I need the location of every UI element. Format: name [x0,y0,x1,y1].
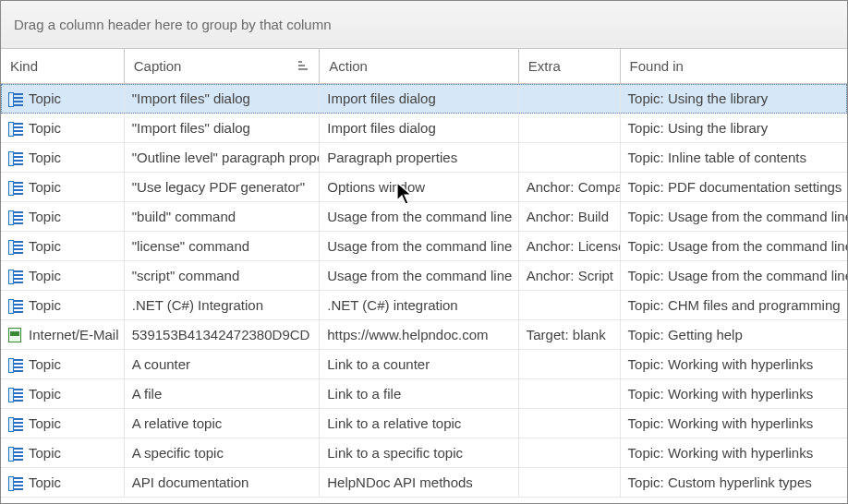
caption-text: A counter [132,356,190,372]
topic-icon [8,387,23,402]
topic-icon [8,446,23,461]
table-row[interactable]: Topic"Use legacy PDF generator"Options w… [1,173,847,202]
cell-kind: Topic [1,114,125,142]
kind-label: Topic [29,297,61,313]
table-row[interactable]: TopicA specific topicLink to a specific … [1,438,847,468]
cell-caption: A file [125,379,321,408]
cell-extra [519,350,621,378]
cell-kind: Topic [1,468,125,497]
table-body: Topic"Import files" dialogImport files d… [1,84,847,498]
caption-text: A relative topic [132,415,223,431]
topic-icon [8,475,23,490]
column-header-caption[interactable]: Caption [125,49,321,83]
cell-action: Usage from the command line [320,202,519,231]
cell-extra: Anchor: Build [519,202,621,231]
cell-kind: Topic [1,409,125,438]
column-header-action-label: Action [329,58,368,74]
cell-found: Topic: Using the library [621,84,847,113]
found-text: Topic: Custom hyperlink types [628,474,812,490]
cell-caption: A counter [125,350,321,378]
topic-icon [8,416,23,431]
cell-action: Paragraph properties [320,143,519,172]
action-text: Import files dialog [327,90,436,106]
kind-label: Topic [29,474,61,490]
svg-rect-0 [298,61,302,63]
table-row[interactable]: TopicAPI documentationHelpNDoc API metho… [1,468,847,498]
column-header-found-in[interactable]: Found in [621,49,847,83]
cell-caption: "Import files" dialog [125,114,321,142]
group-by-bar[interactable]: Drag a column header here to group by th… [1,1,847,49]
action-text: Options window [327,179,425,195]
caption-text: "build" command [132,209,236,224]
column-header-found-in-label: Found in [630,58,684,74]
cell-kind: Topic [1,84,125,113]
cell-caption: 539153B41342472380D9CD [125,320,321,349]
found-text: Topic: Usage from the command line [628,238,847,254]
table-row[interactable]: Topic"Import files" dialogImport files d… [1,114,847,143]
kind-label: Topic [29,150,61,165]
cell-found: Topic: Working with hyperlinks [621,409,847,438]
topic-icon [8,269,23,283]
action-text: Link to a specific topic [327,445,463,461]
cell-caption: A relative topic [125,409,321,438]
table-row[interactable]: Topic.NET (C#) Integration.NET (C#) inte… [1,291,847,320]
kind-label: Topic [29,238,61,254]
cell-extra [519,291,621,319]
cell-kind: Topic [1,232,125,260]
table-row[interactable]: Topic"license" commandUsage from the com… [1,232,847,261]
extra-text: Anchor: Build [527,209,609,224]
found-text: Topic: Working with hyperlinks [628,445,814,461]
kind-label: Topic [29,445,61,461]
caption-text: "script" command [132,268,240,283]
caption-text: A file [132,386,163,402]
table-row[interactable]: Topic"build" commandUsage from the comma… [1,202,847,232]
table-row[interactable]: TopicA fileLink to a fileTopic: Working … [1,379,847,409]
action-text: Link to a file [327,386,401,402]
column-header-caption-label: Caption [134,58,182,74]
caption-text: "Import files" dialog [132,120,250,136]
found-text: Topic: Usage from the command line [628,268,847,283]
kind-label: Topic [29,120,61,136]
cell-extra [519,438,621,467]
cell-found: Topic: Working with hyperlinks [621,438,847,467]
table-row[interactable]: Topic"script" commandUsage from the comm… [1,261,847,291]
cell-action: .NET (C#) integration [320,291,519,319]
topic-icon [8,150,23,165]
kind-label: Topic [29,209,61,224]
table-row[interactable]: TopicA counterLink to a counterTopic: Wo… [1,350,847,379]
column-header-row: Kind Caption Action Extra Found in [1,49,847,84]
cell-action: HelpNDoc API methods [320,468,519,497]
found-text: Topic: Working with hyperlinks [628,386,814,402]
cell-action: Link to a relative topic [320,409,519,438]
cell-found: Topic: Working with hyperlinks [621,379,847,408]
column-header-extra[interactable]: Extra [519,49,621,83]
cell-kind: Topic [1,202,125,231]
found-text: Topic: Using the library [628,90,769,106]
extra-text: Target: blank [527,327,606,342]
cell-caption: "Use legacy PDF generator" [125,173,321,201]
table-row[interactable]: Internet/E-Mail539153B41342472380D9CDhtt… [1,320,847,350]
column-header-action[interactable]: Action [320,49,519,83]
topic-icon [8,298,23,313]
table-row[interactable]: Topic"Outline level" paragraph propertyP… [1,143,847,173]
cell-extra [519,468,621,497]
kind-label: Topic [29,268,61,283]
column-header-kind-label: Kind [10,58,38,74]
table-row[interactable]: TopicA relative topicLink to a relative … [1,409,847,438]
cell-extra [519,84,621,113]
cell-found: Topic: Using the library [621,114,847,142]
cell-found: Topic: Getting help [621,320,847,349]
svg-rect-2 [298,68,308,70]
cell-found: Topic: Usage from the command line [621,261,847,290]
action-text: Paragraph properties [327,150,457,165]
topic-icon [8,91,23,106]
cell-extra [519,379,621,408]
cell-extra: Anchor: License [519,232,621,260]
extra-text: Anchor: Script [527,268,613,283]
cell-kind: Internet/E-Mail [1,320,125,349]
column-header-kind[interactable]: Kind [1,49,125,83]
action-text: https://www.helpndoc.com [327,327,488,342]
cell-kind: Topic [1,379,125,408]
table-row[interactable]: Topic"Import files" dialogImport files d… [1,84,847,114]
cell-action: Usage from the command line [320,261,519,290]
